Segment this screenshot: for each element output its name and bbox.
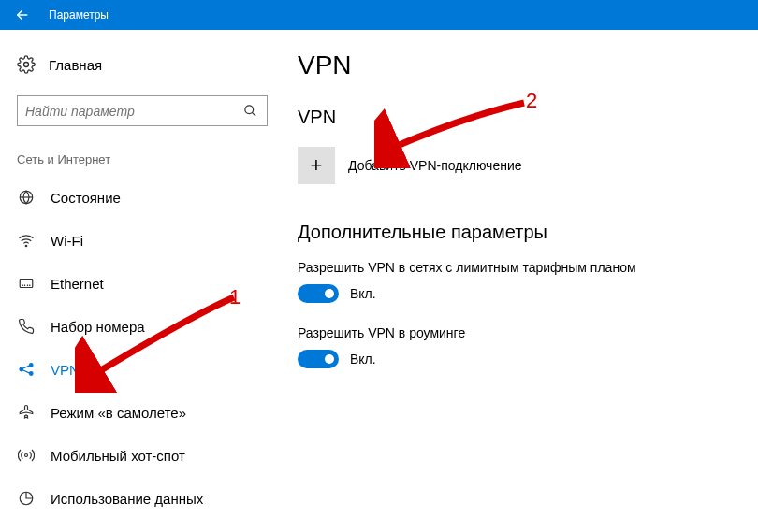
sidebar-item-label: Мобильный хот-спот (51, 448, 185, 464)
add-vpn-label: Добавить VPN-подключение (348, 158, 522, 173)
vpn-section-heading: VPN (298, 107, 730, 128)
wifi-icon (17, 232, 36, 249)
sidebar-item-status[interactable]: Состояние (17, 176, 281, 219)
hotspot-icon (17, 447, 36, 464)
svg-point-8 (30, 372, 33, 375)
gear-icon (17, 55, 36, 74)
home-label: Главная (49, 57, 102, 73)
svg-line-2 (252, 112, 255, 116)
pie-chart-icon (17, 490, 36, 507)
setting-metered: Разрешить VPN в сетях с лимитным тарифны… (298, 260, 730, 303)
svg-rect-5 (20, 280, 33, 288)
sidebar-item-ethernet[interactable]: Ethernet (17, 262, 281, 305)
globe-icon (17, 189, 36, 206)
sidebar-item-datausage[interactable]: Использование данных (17, 477, 281, 520)
sidebar-item-label: Набор номера (51, 319, 145, 335)
toggle-state-label: Вкл. (350, 286, 376, 301)
svg-point-1 (244, 106, 253, 114)
sidebar-item-wifi[interactable]: Wi-Fi (17, 219, 281, 262)
arrow-left-icon (14, 7, 31, 23)
sidebar-item-label: Состояние (51, 190, 121, 206)
sidebar-item-hotspot[interactable]: Мобильный хот-спот (17, 434, 281, 477)
setting-label: Разрешить VPN в сетях с лимитным тарифны… (298, 260, 730, 275)
svg-point-4 (25, 245, 27, 247)
svg-point-9 (25, 454, 28, 457)
sidebar-item-airplane[interactable]: Режим «в самолете» (17, 391, 281, 434)
search-box[interactable] (17, 95, 268, 126)
sidebar-item-label: Ethernet (51, 276, 104, 292)
titlebar: Параметры (0, 0, 758, 30)
sidebar-item-vpn[interactable]: VPN (17, 348, 281, 391)
back-button[interactable] (0, 0, 45, 30)
phone-icon (17, 318, 36, 335)
sidebar-item-label: Использование данных (51, 491, 203, 507)
add-vpn-button[interactable]: + Добавить VPN-подключение (298, 147, 730, 184)
sidebar-item-dialup[interactable]: Набор номера (17, 305, 281, 348)
search-icon (241, 104, 259, 118)
sidebar-item-label: VPN (51, 362, 80, 378)
vpn-icon (17, 361, 36, 378)
sidebar-item-label: Режим «в самолете» (51, 405, 186, 421)
toggle-metered[interactable] (298, 284, 339, 303)
page-title: VPN (298, 50, 730, 80)
svg-point-6 (20, 367, 22, 370)
ethernet-icon (17, 275, 36, 292)
sidebar-item-label: Wi-Fi (51, 233, 83, 249)
svg-point-0 (24, 63, 29, 67)
setting-roaming: Разрешить VPN в роуминге Вкл. (298, 325, 730, 368)
advanced-heading: Дополнительные параметры (298, 222, 730, 243)
search-input[interactable] (25, 104, 241, 119)
svg-point-7 (30, 364, 33, 367)
window-title: Параметры (45, 8, 109, 22)
sidebar: Главная Сеть и Интернет Состояние Wi-Fi (0, 30, 281, 532)
home-button[interactable]: Главная (17, 47, 281, 82)
plus-icon: + (298, 147, 335, 184)
setting-label: Разрешить VPN в роуминге (298, 325, 730, 340)
toggle-state-label: Вкл. (350, 352, 376, 367)
main-panel: VPN VPN + Добавить VPN-подключение Допол… (281, 30, 758, 532)
nav-list: Состояние Wi-Fi Ethernet Набор номера (17, 176, 281, 520)
airplane-icon (17, 404, 36, 421)
toggle-roaming[interactable] (298, 350, 339, 368)
category-header: Сеть и Интернет (17, 152, 281, 166)
